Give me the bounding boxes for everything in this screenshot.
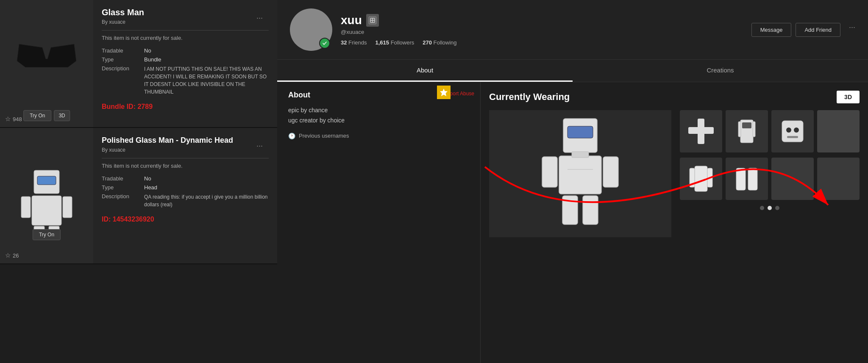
- item-details-1: Glass Man By xuuace ··· This item is not…: [93, 0, 277, 127]
- profile-username: @xuuace: [341, 29, 743, 35]
- item-details-2: Polished Glass Man - Dynamic Head By xuu…: [93, 128, 277, 263]
- dot-1: [760, 206, 764, 210]
- svg-rect-22: [688, 127, 714, 134]
- svg-rect-15: [542, 157, 557, 187]
- previous-usernames[interactable]: 🕐 Previous usernames: [288, 133, 469, 139]
- item-by-1: By xuuace: [102, 19, 269, 25]
- dots-menu-2[interactable]: ···: [256, 141, 263, 150]
- sale-notice-2: This item is not currently for sale.: [102, 163, 269, 169]
- item-thumbnail-1: Try On 3D ☆ 948: [0, 0, 93, 127]
- tab-creations[interactable]: Creations: [573, 60, 868, 82]
- wearing-item-6[interactable]: [726, 158, 768, 200]
- about-text: epic by chance ugc creator by choice: [288, 105, 469, 126]
- message-button[interactable]: Message: [751, 23, 792, 37]
- clock-icon: 🕐: [288, 133, 295, 139]
- star-icon-1: ☆: [5, 115, 11, 123]
- svg-rect-13: [568, 126, 593, 138]
- svg-rect-2: [37, 176, 56, 185]
- desc-label-2: Description: [102, 192, 144, 210]
- svg-rect-14: [559, 156, 601, 194]
- item-id-2: ID: 14543236920: [102, 216, 269, 223]
- 3d-button-1[interactable]: 3D: [54, 110, 70, 121]
- wearing-header: Currently Wearing 3D: [489, 82, 860, 103]
- svg-rect-19: [572, 152, 589, 158]
- try-on-button-2[interactable]: Try On: [33, 229, 61, 240]
- about-line-2: ugc creator by choice: [288, 116, 469, 126]
- robot-head-icon: [13, 158, 81, 234]
- rating-count-2: 26: [13, 252, 19, 259]
- profile-name: xuu: [341, 14, 362, 27]
- item-title-1: Glass Man: [102, 8, 269, 17]
- profile-tabs: About Creations: [277, 60, 868, 82]
- dot-3: [775, 206, 779, 210]
- try-on-button-1[interactable]: Try On: [23, 110, 51, 121]
- star-rating-2: ☆ 26: [5, 252, 19, 259]
- svg-rect-35: [748, 168, 757, 190]
- svg-rect-24: [742, 122, 751, 128]
- profile-badge-icon: [366, 14, 379, 27]
- avatar: [290, 8, 332, 51]
- add-friend-button[interactable]: Add Friend: [796, 23, 840, 37]
- profile-info: xuu @xuuace 32 Friends 1,615 Followers 2…: [341, 14, 743, 46]
- tradable-label-2: Tradable: [102, 174, 144, 183]
- wearing-item-5[interactable]: [680, 158, 722, 200]
- type-value-1: Bundle: [144, 55, 269, 64]
- tab-about[interactable]: About: [277, 60, 573, 82]
- item-thumbnail-2: Try On ☆ 26: [0, 128, 93, 263]
- dots-menu-1[interactable]: ···: [256, 14, 263, 22]
- item-card-polished: Try On ☆ 26 Polished Glass Man - Dynamic…: [0, 128, 277, 264]
- about-line-1: epic by chance: [288, 105, 469, 116]
- guild-badge-icon: [437, 86, 451, 99]
- wearing-item-4[interactable]: [817, 110, 860, 152]
- content-area: About epic by chance ugc creator by choi…: [277, 82, 868, 363]
- character-preview-icon: [534, 110, 627, 237]
- dot-2: [768, 206, 772, 210]
- svg-rect-31: [695, 166, 707, 191]
- wearing-title: Currently Wearing: [489, 91, 570, 103]
- 3d-wearing-button[interactable]: 3D: [837, 91, 860, 103]
- following-label: Following: [434, 39, 457, 46]
- left-panel: Try On 3D ☆ 948 Glass Man By xuuace ···: [0, 0, 277, 363]
- wearing-item-2[interactable]: [726, 110, 768, 152]
- bundle-id-1: Bundle ID: 2789: [102, 103, 269, 111]
- followers-label: Followers: [391, 39, 415, 46]
- tradable-label-1: Tradable: [102, 46, 144, 55]
- svg-rect-25: [738, 122, 741, 137]
- svg-rect-0: [32, 196, 61, 225]
- wearing-item-7[interactable]: [771, 158, 814, 200]
- svg-rect-3: [21, 197, 31, 218]
- rating-count-1: 948: [13, 116, 22, 122]
- svg-rect-18: [583, 196, 598, 224]
- wearing-item-1[interactable]: [680, 110, 722, 152]
- tradable-value-1: No: [144, 46, 269, 55]
- svg-rect-27: [782, 121, 803, 142]
- type-value-2: Head: [144, 183, 269, 192]
- svg-rect-32: [690, 168, 695, 187]
- friends-count: 32: [341, 39, 347, 46]
- online-status-icon: [319, 38, 330, 49]
- item-card-glass-man: Try On 3D ☆ 948 Glass Man By xuuace ···: [0, 0, 277, 128]
- svg-rect-34: [736, 168, 746, 190]
- pagination-dots: [680, 206, 860, 210]
- svg-rect-16: [603, 157, 618, 187]
- star-icon-2: ☆: [5, 252, 11, 259]
- wearing-main: [489, 110, 860, 237]
- desc-value-2: QA reading this: if you accept i give yo…: [144, 192, 269, 210]
- type-label-2: Type: [102, 183, 144, 192]
- svg-point-29: [794, 127, 799, 133]
- wearing-item-3[interactable]: [771, 110, 814, 152]
- svg-rect-33: [707, 168, 712, 187]
- glasses-shape-icon: [13, 40, 81, 69]
- desc-value-1: I AM NOT PUTTING THIS ON SALE! THIS WAS …: [144, 64, 269, 97]
- wearing-item-8[interactable]: [817, 158, 860, 200]
- item-by-2: By xuuace: [102, 147, 269, 153]
- desc-label-1: Description: [102, 64, 144, 97]
- profile-stats: 32 Friends 1,615 Followers 270 Following: [341, 39, 743, 46]
- svg-rect-17: [562, 196, 578, 224]
- sale-notice-1: This item is not currently for sale.: [102, 35, 269, 41]
- type-label-1: Type: [102, 55, 144, 64]
- about-section: About epic by chance ugc creator by choi…: [277, 82, 481, 363]
- profile-dots-menu[interactable]: ···: [849, 23, 855, 37]
- right-panel: xuu @xuuace 32 Friends 1,615 Followers 2…: [277, 0, 868, 363]
- followers-count: 1,615: [375, 39, 389, 46]
